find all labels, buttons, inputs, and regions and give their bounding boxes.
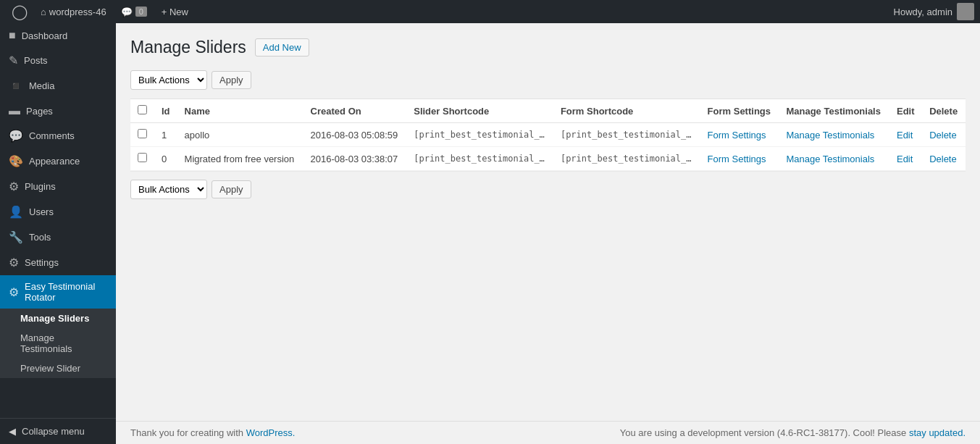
dashboard-icon: ■ (9, 29, 16, 42)
new-label: + New (162, 7, 188, 17)
adminbar-site[interactable]: ⌂ wordpress-46 (33, 7, 114, 17)
top-bulk-actions-select[interactable]: Bulk Actions (130, 70, 207, 90)
avatar[interactable] (957, 3, 974, 20)
settings-icon: ⚙ (9, 256, 19, 269)
row-id: 1 (154, 123, 177, 147)
row-delete-link[interactable]: Delete (929, 154, 957, 164)
row-form-settings-link[interactable]: Form Settings (708, 130, 766, 141)
admin-bar: ◯ ⌂ wordpress-46 💬 0 + New Howdy, admin (0, 0, 980, 23)
stay-updated-link[interactable]: stay updated. (909, 427, 966, 438)
row-edit-link[interactable]: Edit (897, 130, 913, 141)
page-title: Manage Sliders (130, 38, 246, 57)
posts-icon: ✎ (9, 54, 18, 67)
row-delete-cell: Delete (922, 123, 966, 147)
row-form-shortcode: [print_best_testimonial_form ic (553, 123, 700, 147)
comment-count-badge: 0 (135, 7, 147, 17)
table-header-id: Id (154, 99, 177, 123)
row-checkbox[interactable] (138, 129, 147, 138)
row-checkbox-cell (130, 147, 154, 171)
users-icon: 👤 (9, 205, 23, 219)
row-created-on: 2016-08-03 05:08:59 (303, 123, 407, 147)
sidebar-item-label: Posts (24, 55, 48, 66)
collapse-icon: ◀ (9, 426, 16, 437)
row-edit-cell: Edit (889, 147, 922, 171)
table-header-delete: Delete (922, 99, 966, 123)
subitem-label: Manage Testimonials (20, 332, 72, 354)
sidebar-item-posts[interactable]: ✎ Posts (0, 48, 116, 73)
top-apply-button[interactable]: Apply (212, 71, 251, 89)
sidebar-item-appearance[interactable]: 🎨 Appearance (0, 148, 116, 174)
footer: Thank you for creating with WordPress. Y… (116, 421, 980, 444)
footer-right: You are using a development version (4.6… (620, 427, 966, 438)
sidebar-item-tools[interactable]: 🔧 Tools (0, 225, 116, 250)
adminbar-new[interactable]: + New (154, 7, 196, 17)
table-row: 0 Migrated from free version 2016-08-03 … (130, 147, 966, 171)
row-created-on: 2016-08-03 03:38:07 (303, 147, 407, 171)
home-icon: ⌂ (41, 7, 46, 17)
sidebar-item-label: Appearance (29, 156, 80, 167)
sidebar-item-users[interactable]: 👤 Users (0, 199, 116, 225)
subitem-label: Manage Sliders (20, 313, 89, 324)
table-header-created-on: Created On (303, 99, 407, 123)
table-header-form-settings: Form Settings (700, 99, 779, 123)
table-header-edit: Edit (889, 99, 922, 123)
plugins-icon: ⚙ (9, 180, 19, 193)
table-header-form-shortcode: Form Shortcode (553, 99, 700, 123)
site-name: wordpress-46 (49, 7, 106, 17)
wordpress-link[interactable]: WordPress. (246, 427, 296, 438)
sidebar-item-settings[interactable]: ⚙ Settings (0, 250, 116, 275)
bottom-apply-button[interactable]: Apply (212, 180, 251, 198)
sidebar: ■ Dashboard ✎ Posts ◾ Media ▬ Pages 💬 Co… (0, 23, 116, 444)
appearance-icon: 🎨 (9, 154, 23, 168)
howdy-text: Howdy, admin (894, 7, 952, 17)
row-manage-testimonials-link[interactable]: Manage Testimonials (786, 154, 874, 164)
media-icon: ◾ (9, 79, 23, 93)
wp-logo-icon[interactable]: ◯ (6, 3, 33, 20)
row-manage-testimonials-link[interactable]: Manage Testimonials (786, 130, 874, 141)
sidebar-subitem-manage-sliders[interactable]: Manage Sliders (0, 309, 116, 328)
top-bulk-actions-bar: Bulk Actions Apply (130, 70, 966, 90)
table-row: 1 apollo 2016-08-03 05:08:59 [print_best… (130, 123, 966, 147)
sidebar-item-label: Dashboard (22, 30, 68, 41)
row-form-shortcode: [print_best_testimonial_form ic (553, 147, 700, 171)
bottom-bulk-actions-bar: Bulk Actions Apply (130, 180, 966, 199)
sidebar-subitem-preview-slider[interactable]: Preview Slider (0, 359, 116, 378)
sidebar-item-pages[interactable]: ▬ Pages (0, 99, 116, 123)
bottom-bulk-actions-select[interactable]: Bulk Actions (130, 180, 207, 199)
row-manage-testimonials-cell: Manage Testimonials (779, 147, 889, 171)
sidebar-item-media[interactable]: ◾ Media (0, 73, 116, 99)
tools-icon: 🔧 (9, 230, 23, 244)
sidebar-item-easy-testimonial-rotator[interactable]: ⚙ Easy Testimonial Rotator (0, 275, 116, 309)
table-header-manage-testimonials: Manage Testimonials (779, 99, 889, 123)
comments-icon: 💬 (9, 129, 23, 143)
select-all-checkbox[interactable] (138, 105, 147, 114)
adminbar-comments[interactable]: 💬 0 (114, 7, 154, 17)
row-form-settings-link[interactable]: Form Settings (708, 154, 766, 164)
page-title-row: Manage Sliders Add New (130, 38, 966, 57)
row-slider-shortcode: [print_best_testimonial_slider i (406, 147, 553, 171)
dev-version-text: You are using a development version (4.6… (620, 427, 907, 438)
row-id: 0 (154, 147, 177, 171)
sidebar-item-plugins[interactable]: ⚙ Plugins (0, 174, 116, 199)
row-delete-link[interactable]: Delete (929, 130, 957, 141)
main-content: Manage Sliders Add New Bulk Actions Appl… (116, 23, 980, 444)
sidebar-item-label: Plugins (25, 181, 56, 192)
table-header-checkbox (130, 99, 154, 123)
sidebar-item-label: Tools (29, 232, 51, 243)
row-edit-cell: Edit (889, 123, 922, 147)
collapse-menu-button[interactable]: ◀ Collapse menu (0, 418, 116, 444)
pages-icon: ▬ (9, 104, 20, 117)
table-header-slider-shortcode: Slider Shortcode (406, 99, 553, 123)
sidebar-item-dashboard[interactable]: ■ Dashboard (0, 23, 116, 48)
sidebar-item-label: Comments (29, 130, 75, 141)
sidebar-subitem-manage-testimonials[interactable]: Manage Testimonials (0, 328, 116, 359)
add-new-button[interactable]: Add New (255, 38, 309, 56)
collapse-label: Collapse menu (22, 426, 85, 437)
row-checkbox[interactable] (138, 153, 147, 162)
sidebar-item-comments[interactable]: 💬 Comments (0, 123, 116, 148)
sidebar-item-label: Pages (26, 106, 53, 117)
row-edit-link[interactable]: Edit (897, 154, 913, 164)
row-name: Migrated from free version (177, 147, 303, 171)
row-name: apollo (177, 123, 303, 147)
sliders-table: Id Name Created On Slider Shortcode Form… (130, 99, 966, 171)
